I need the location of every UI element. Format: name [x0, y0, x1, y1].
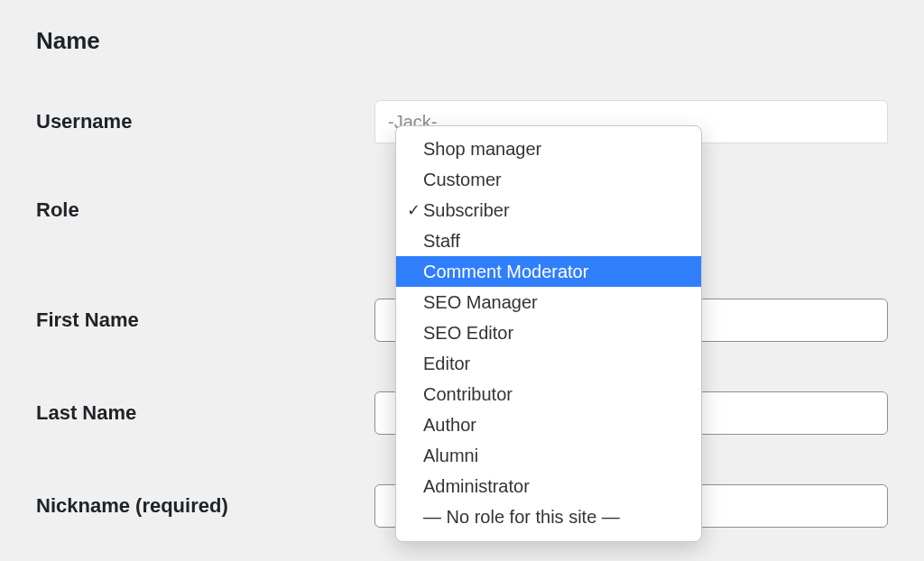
first-name-label: First Name — [36, 308, 374, 332]
role-option-label: SEO Editor — [423, 319, 513, 346]
nickname-label: Nickname (required) — [36, 494, 374, 518]
section-heading: Name — [36, 27, 888, 55]
role-option[interactable]: ✓Subscriber — [396, 195, 701, 225]
role-option-label: SEO Manager — [423, 289, 538, 316]
role-option-label: — No role for this site — — [423, 503, 620, 530]
role-dropdown[interactable]: Shop managerCustomer✓SubscriberStaffComm… — [395, 125, 702, 542]
role-option-label: Administrator — [423, 473, 530, 500]
role-option-label: Shop manager — [423, 135, 541, 162]
role-row: Role Shop managerCustomer✓SubscriberStaf… — [36, 193, 888, 222]
role-option[interactable]: Comment Moderator — [396, 256, 701, 287]
username-label: Username — [36, 110, 374, 133]
role-option-label: Customer — [423, 166, 502, 193]
role-option[interactable]: Contributor — [396, 379, 701, 409]
role-option[interactable]: Author — [396, 409, 701, 440]
role-option-label: Contributor — [423, 381, 513, 408]
last-name-label: Last Name — [36, 401, 374, 425]
role-option-label: Staff — [423, 227, 460, 254]
role-option[interactable]: Editor — [396, 348, 701, 379]
role-option[interactable]: Customer — [396, 164, 701, 195]
role-option-label: Alumni — [423, 442, 478, 469]
role-option[interactable]: Shop manager — [396, 133, 701, 164]
role-option[interactable]: Alumni — [396, 440, 701, 471]
check-icon: ✓ — [403, 198, 423, 223]
role-option-label: Author — [423, 411, 476, 438]
role-option[interactable]: — No role for this site — — [396, 501, 701, 532]
role-option[interactable]: SEO Editor — [396, 317, 701, 348]
role-option-label: Editor — [423, 350, 470, 377]
role-label: Role — [36, 193, 374, 222]
role-option[interactable]: SEO Manager — [396, 287, 701, 317]
role-option[interactable]: Administrator — [396, 471, 701, 501]
role-option-label: Comment Moderator — [423, 258, 588, 285]
role-option-label: Subscriber — [423, 197, 510, 224]
role-option[interactable]: Staff — [396, 225, 701, 256]
